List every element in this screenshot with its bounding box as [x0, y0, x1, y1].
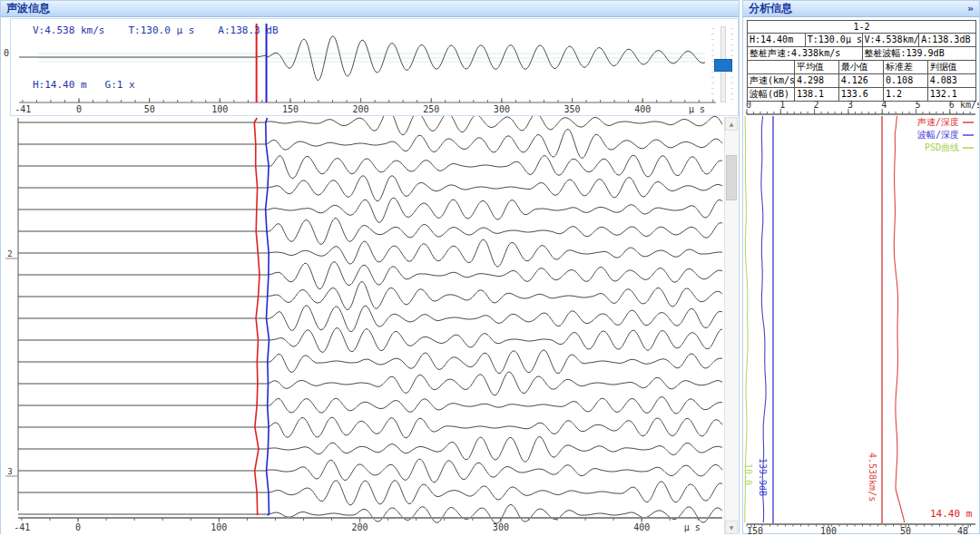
waterfall-scrollbar[interactable]: ▲ ▼ [724, 117, 738, 534]
readout-amplitude: A:138.3 dB [218, 24, 278, 36]
svg-text:400: 400 [634, 104, 651, 114]
analysis-panel-title: 分析信息 [749, 2, 792, 15]
svg-text:PSD曲线: PSD曲线 [925, 142, 959, 152]
svg-text:2: 2 [814, 100, 819, 110]
svg-text:100: 100 [820, 526, 837, 535]
scrollbar-thumb[interactable] [726, 155, 737, 200]
summary-cell: T:130.0μ s [805, 34, 862, 46]
sound-wave-panel: 声波信息 0 050100150200250300350400-41μ s V:… [0, 0, 740, 534]
profile-pair-cell: 1-2 [748, 21, 975, 33]
waterfall-view[interactable]: 230100200300400-41μ s ▲ ▼ [1, 116, 739, 535]
readout-gain: G:1 x [105, 79, 135, 91]
profile-chart-plot[interactable]: 0123456km/s1501005048声速/深度波幅/深度PSD曲线10.0… [743, 99, 979, 535]
pile-average-cell: 整桩声速:4.338km/s [748, 47, 862, 60]
svg-text:10.0: 10.0 [743, 463, 753, 485]
stat-value-cell: 4.083 [927, 74, 975, 87]
svg-text:100: 100 [211, 522, 227, 532]
svg-text:48: 48 [957, 526, 968, 535]
svg-text:3: 3 [848, 100, 853, 110]
svg-text:1: 1 [779, 100, 785, 110]
stat-header-cell [748, 61, 794, 73]
current-waveform-view[interactable]: 050100150200250300350400-41μ s V:4.538 k… [10, 18, 739, 116]
svg-text:0: 0 [76, 104, 82, 114]
svg-text:139.9dB: 139.9dB [758, 458, 768, 496]
svg-text:km/s: km/s [960, 100, 979, 110]
gain-slider-thumb[interactable] [714, 59, 732, 72]
svg-text:200: 200 [353, 104, 369, 114]
stat-header-cell: 最小值 [838, 61, 883, 73]
analysis-panel-header: 分析信息 » [743, 1, 979, 17]
svg-text:4.538km/s: 4.538km/s [867, 453, 877, 502]
amplitude-zero-label: 0 [4, 48, 9, 58]
profile-chart-view[interactable]: 0123456km/s1501005048声速/深度波幅/深度PSD曲线10.0… [743, 99, 979, 535]
svg-text:350: 350 [564, 104, 581, 114]
stat-row-label: 声速(km/s) [748, 74, 794, 87]
readout-velocity: V:4.538 km/s [33, 24, 104, 36]
stat-header-cell: 标准差 [883, 61, 927, 73]
sound-wave-panel-title: 声波信息 [6, 2, 50, 15]
sound-wave-panel-header: 声波信息 [1, 1, 739, 17]
svg-text:300: 300 [493, 522, 509, 532]
svg-text:4: 4 [881, 100, 887, 110]
waveform-readout-line2: H:14.40 m G:1 x [33, 79, 135, 91]
svg-text:150: 150 [747, 526, 763, 535]
svg-text:0: 0 [75, 522, 81, 532]
svg-text:6: 6 [949, 100, 955, 110]
pile-average-cell: 整桩波幅:139.9dB [862, 47, 976, 60]
svg-text:-41: -41 [14, 522, 30, 532]
stat-header-cell: 判据值 [927, 61, 975, 73]
svg-text:3: 3 [7, 467, 12, 476]
readout-time: T:130.0 μ s [128, 24, 194, 36]
svg-text:50: 50 [144, 104, 155, 114]
stat-value-cell: 4.126 [838, 74, 883, 87]
svg-text:150: 150 [282, 104, 299, 114]
stat-value-cell: 4.298 [794, 74, 838, 87]
scroll-down-button[interactable]: ▼ [725, 521, 738, 534]
svg-text:2: 2 [7, 249, 12, 258]
analysis-table: 1-2H:14.40mT:130.0μ sV:4.538km/sA:138.3d… [747, 20, 976, 102]
stat-header-cell: 平均值 [794, 61, 838, 73]
waveform-readout-line1: V:4.538 km/s T:130.0 μ s A:138.3 dB [33, 24, 279, 36]
svg-text:5: 5 [915, 100, 920, 110]
panel-collapse-button[interactable]: » [967, 1, 974, 16]
summary-cell: H:14.40m [748, 34, 805, 46]
svg-text:0: 0 [746, 100, 751, 110]
svg-text:200: 200 [352, 522, 368, 532]
summary-cell: A:138.3dB [918, 34, 975, 46]
svg-text:μ s: μ s [684, 522, 701, 532]
svg-text:波幅/深度: 波幅/深度 [916, 130, 959, 140]
scroll-up-button[interactable]: ▲ [725, 117, 738, 131]
svg-text:14.40 m: 14.40 m [930, 508, 973, 520]
svg-text:μ s: μ s [689, 104, 705, 114]
waterfall-plot[interactable]: 230100200300400-41μ s [1, 116, 739, 535]
stat-value-cell: 0.108 [883, 74, 927, 87]
svg-text:声速/深度: 声速/深度 [917, 117, 959, 127]
svg-text:-41: -41 [15, 104, 31, 114]
svg-text:100: 100 [211, 104, 228, 114]
svg-text:50: 50 [900, 526, 911, 535]
svg-text:400: 400 [633, 522, 650, 532]
svg-text:300: 300 [494, 104, 510, 114]
app-root: 声波信息 0 050100150200250300350400-41μ s V:… [0, 0, 980, 536]
analysis-panel: 分析信息 » 1-2H:14.40mT:130.0μ sV:4.538km/sA… [742, 0, 980, 534]
summary-cell: V:4.538km/s [862, 34, 919, 46]
svg-text:250: 250 [423, 104, 439, 114]
readout-depth: H:14.40 m [33, 79, 87, 91]
gain-slider[interactable] [711, 26, 733, 102]
